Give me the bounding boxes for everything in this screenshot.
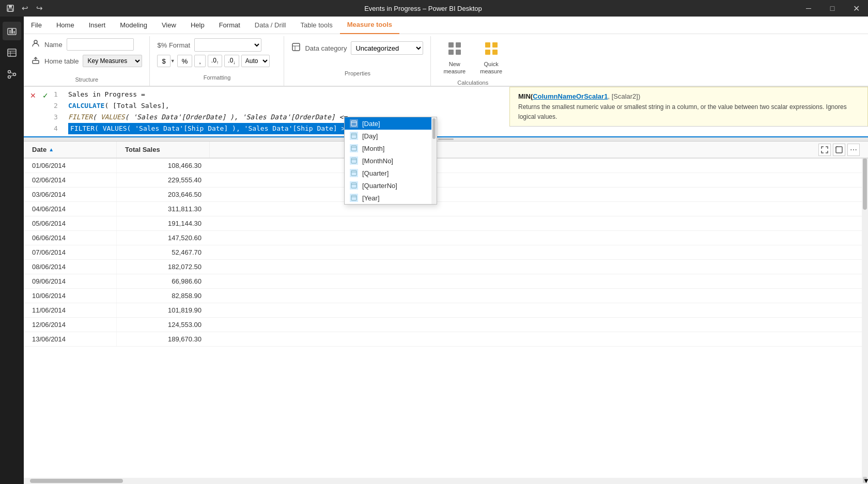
ac-item-month[interactable]: [Month]	[345, 142, 437, 154]
canvas-controls: ⋯	[818, 144, 860, 156]
properties-group: Data category Uncategorized Properties	[284, 36, 431, 86]
cell-date: 09/06/2014	[24, 274, 117, 288]
cell-sales: 101,819.90	[117, 303, 210, 317]
table-row: 03/06/2014 203,646.50	[24, 188, 868, 202]
tab-modeling[interactable]: Modeling	[113, 17, 154, 34]
svg-rect-12	[485, 42, 490, 48]
tab-home[interactable]: Home	[49, 17, 82, 34]
auto-select[interactable]: Auto	[241, 55, 270, 67]
table-scroll-container[interactable]: Date ▲ Total Sales 01/06/2014 108,466.30…	[24, 142, 868, 484]
svg-point-25	[13, 73, 16, 76]
quick-measure-button[interactable]: Quickmeasure	[475, 38, 507, 77]
tooltip-param1: ColumnNameOrScalar1	[533, 92, 608, 100]
svg-rect-29	[351, 121, 357, 126]
line-number-1: 1	[54, 89, 64, 100]
line-number-4: 4	[54, 123, 64, 134]
formula-cancel-button[interactable]: ✕	[28, 90, 38, 101]
table-row: 09/06/2014 66,986.60	[24, 274, 868, 289]
table-scrollbar-h-thumb	[30, 479, 123, 483]
ac-item-date-label: [Date]	[362, 120, 380, 128]
dollar-button[interactable]: $	[157, 55, 170, 67]
window-title: Events in Progress – Power BI Desktop	[50, 5, 797, 12]
more-options-button[interactable]: ⋯	[847, 144, 860, 156]
quick-access-toolbar: ↩ ↪	[0, 2, 50, 14]
format-label: $% Format	[157, 41, 190, 49]
data-view-button[interactable]	[3, 43, 21, 62]
redo-button[interactable]: ↪	[33, 2, 45, 14]
format-select[interactable]	[194, 38, 261, 52]
data-category-icon	[291, 42, 301, 54]
tooltip-func-name: MIN(	[518, 92, 533, 100]
left-sidebar	[0, 17, 24, 484]
tab-table-tools[interactable]: Table tools	[293, 17, 339, 34]
table-header-row: Date ▲ Total Sales	[24, 142, 868, 159]
tab-insert[interactable]: Insert	[82, 17, 113, 34]
svg-line-28	[10, 75, 13, 76]
formula-line-1-text: Sales in Progress =	[68, 89, 145, 100]
table-scrollbar-h[interactable]	[24, 478, 862, 484]
autocomplete-dropdown[interactable]: [Date] [Day] [Month]	[344, 117, 437, 205]
new-measure-icon	[446, 40, 463, 59]
tab-view[interactable]: View	[154, 17, 183, 34]
ac-item-date[interactable]: [Date]	[345, 117, 437, 130]
svg-line-27	[10, 72, 13, 74]
tab-help[interactable]: Help	[183, 17, 212, 34]
tab-measure-tools[interactable]: Measure tools	[340, 17, 399, 34]
calc-buttons-row: Newmeasure Quickmeasure	[438, 38, 507, 77]
ac-item-quarter-label: [Quarter]	[362, 169, 389, 177]
tab-data-drill[interactable]: Data / Drill	[247, 17, 293, 34]
data-category-select[interactable]: Uncategorized	[351, 41, 423, 55]
ac-item-year[interactable]: [Year]	[345, 192, 437, 204]
table-scrollbar-v[interactable]: ▼	[862, 142, 868, 484]
ribbon-tabs-row: File Home Insert Modeling View Help Form…	[0, 17, 868, 34]
close-button[interactable]: ✕	[844, 0, 868, 17]
decimal-increase-button[interactable]: .0↑	[208, 55, 223, 67]
cell-sales: 191,144.30	[117, 216, 210, 230]
col-sales-header: Total Sales	[117, 142, 210, 158]
tab-file[interactable]: File	[24, 17, 49, 34]
home-table-select[interactable]: Key Measures	[83, 55, 142, 67]
svg-rect-20	[8, 49, 16, 56]
table-row: 13/06/2014 189,670.30	[24, 332, 868, 347]
minimize-button[interactable]: ─	[797, 0, 820, 17]
table-row: 11/06/2014 101,819.90	[24, 303, 868, 318]
ac-item-year-label: [Year]	[362, 194, 380, 202]
maximize-button[interactable]: □	[820, 0, 844, 17]
data-category-row: Data category Uncategorized	[291, 41, 423, 55]
percent-button[interactable]: %	[177, 55, 193, 67]
ac-item-day[interactable]: [Day]	[345, 130, 437, 142]
tab-format[interactable]: Format	[212, 17, 247, 34]
decimal-decrease-button[interactable]: .0↓	[224, 55, 239, 67]
table-row: 06/06/2014 147,520.60	[24, 231, 868, 245]
cell-sales: 82,858.90	[117, 289, 210, 303]
ac-item-quarterno[interactable]: [QuarterNo]	[345, 179, 437, 192]
data-table-area: ⋯ Date ▲ Total Sales 01/06/2014 1	[24, 137, 868, 484]
report-view-button[interactable]	[3, 22, 21, 40]
svg-rect-8	[448, 42, 454, 48]
focus-mode-button[interactable]	[818, 144, 831, 156]
svg-rect-14	[485, 50, 490, 55]
dropdown-scrollbar[interactable]	[431, 117, 437, 204]
drag-handle-indicator	[438, 138, 454, 140]
comma-button[interactable]: ,	[194, 55, 206, 67]
drag-handle[interactable]	[24, 137, 868, 142]
title-bar: ↩ ↪ Events in Progress – Power BI Deskto…	[0, 0, 868, 17]
name-input[interactable]: Measure	[67, 38, 134, 51]
undo-button[interactable]: ↩	[19, 2, 31, 14]
table-row: 12/06/2014 124,553.00	[24, 318, 868, 332]
svg-rect-11	[456, 50, 461, 55]
save-button[interactable]	[4, 2, 17, 14]
dollar-dropdown[interactable]: ▼	[173, 58, 175, 64]
formatting-group: $% Format $ ▼ % , .0↑ .0↓ Auto	[150, 36, 284, 86]
ac-item-quarter[interactable]: [Quarter]	[345, 167, 437, 179]
expand-button[interactable]	[833, 144, 845, 156]
model-view-button[interactable]	[3, 65, 21, 84]
name-icon	[31, 39, 40, 50]
svg-rect-31	[351, 133, 357, 138]
svg-rect-43	[836, 147, 842, 153]
new-measure-button[interactable]: Newmeasure	[438, 38, 471, 77]
ac-item-monthno[interactable]: [MonthNo]	[345, 154, 437, 167]
formula-confirm-button[interactable]: ✓	[40, 90, 51, 101]
table-row: 02/06/2014 229,555.40	[24, 173, 868, 188]
table-scrollbar-down[interactable]: ▼	[863, 477, 867, 483]
